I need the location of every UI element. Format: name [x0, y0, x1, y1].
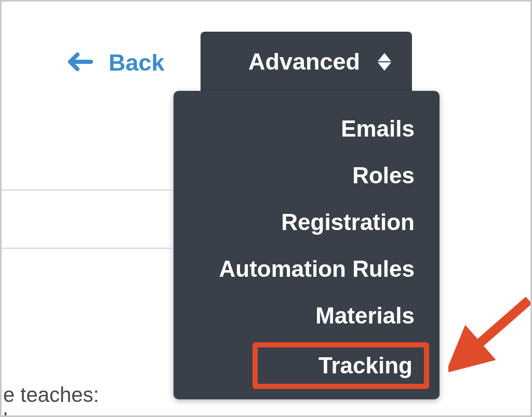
divider	[2, 190, 173, 191]
dropdown-item-materials[interactable]: Materials	[174, 292, 440, 339]
dropdown-item-automation-rules[interactable]: Automation Rules	[174, 246, 440, 292]
dropdown-item-emails[interactable]: Emails	[174, 105, 440, 152]
dropdown-item-registration[interactable]: Registration	[174, 199, 440, 246]
dropdown-item-tracking[interactable]: Tracking	[252, 342, 429, 389]
back-link[interactable]: Back	[68, 49, 165, 76]
divider	[2, 248, 173, 249]
advanced-dropdown: Advanced Emails Roles Registration Autom…	[201, 32, 457, 399]
dropdown-toggle-button[interactable]: Advanced	[201, 32, 412, 91]
dropdown-menu: Emails Roles Registration Automation Rul…	[174, 91, 440, 399]
dropdown-item-roles[interactable]: Roles	[174, 152, 440, 199]
annotation-arrow-icon	[448, 292, 532, 383]
partial-text: e teaches:	[3, 383, 99, 407]
dropdown-toggle-inner: Advanced	[232, 48, 391, 75]
svg-line-1	[467, 300, 529, 355]
partial-text: hanges	[3, 409, 71, 417]
app-container: Back Advanced Emails Roles Registration …	[2, 2, 530, 415]
dropdown-toggle-label: Advanced	[248, 48, 360, 75]
back-label: Back	[109, 49, 165, 76]
sort-icon	[378, 53, 391, 71]
back-arrow-icon	[68, 51, 93, 74]
